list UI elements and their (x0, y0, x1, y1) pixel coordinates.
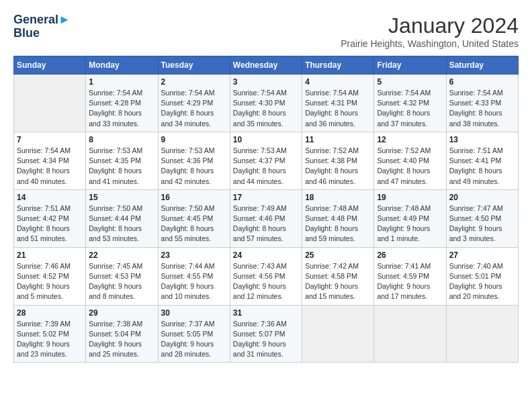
day-info: Sunrise: 7:54 AMSunset: 4:28 PMDaylight:… (89, 88, 154, 129)
calendar-cell: 28Sunrise: 7:39 AMSunset: 5:02 PMDayligh… (14, 305, 86, 363)
day-info: Sunrise: 7:54 AMSunset: 4:32 PMDaylight:… (377, 88, 443, 129)
day-info: Sunrise: 7:54 AMSunset: 4:29 PMDaylight:… (161, 88, 227, 129)
day-number: 7 (17, 135, 83, 144)
week-row-0: 1Sunrise: 7:54 AMSunset: 4:28 PMDaylight… (14, 75, 519, 132)
weekday-header-friday: Friday (374, 56, 446, 75)
day-number: 11 (305, 135, 371, 144)
day-number: 28 (17, 308, 83, 318)
calendar-cell: 16Sunrise: 7:50 AMSunset: 4:45 PMDayligh… (158, 189, 230, 247)
calendar-body: 1Sunrise: 7:54 AMSunset: 4:28 PMDaylight… (14, 75, 519, 363)
calendar-cell (302, 305, 374, 363)
day-info: Sunrise: 7:44 AMSunset: 4:55 PMDaylight:… (161, 261, 227, 302)
calendar-cell: 19Sunrise: 7:48 AMSunset: 4:49 PMDayligh… (374, 189, 446, 247)
day-number: 5 (377, 77, 443, 87)
calendar-cell: 5Sunrise: 7:54 AMSunset: 4:32 PMDaylight… (374, 75, 446, 132)
day-number: 13 (449, 135, 515, 144)
week-row-3: 21Sunrise: 7:46 AMSunset: 4:52 PMDayligh… (14, 247, 519, 305)
week-row-2: 14Sunrise: 7:51 AMSunset: 4:42 PMDayligh… (14, 189, 519, 247)
calendar-table: SundayMondayTuesdayWednesdayThursdayFrid… (13, 56, 519, 363)
calendar-header: SundayMondayTuesdayWednesdayThursdayFrid… (14, 56, 519, 75)
calendar-cell: 14Sunrise: 7:51 AMSunset: 4:42 PMDayligh… (14, 189, 86, 247)
calendar-cell (446, 305, 518, 363)
calendar-cell: 10Sunrise: 7:53 AMSunset: 4:37 PMDayligh… (230, 132, 302, 189)
calendar-cell: 13Sunrise: 7:51 AMSunset: 4:41 PMDayligh… (446, 132, 518, 189)
day-number: 6 (449, 77, 515, 87)
weekday-header-wednesday: Wednesday (230, 56, 302, 75)
calendar-cell: 27Sunrise: 7:40 AMSunset: 5:01 PMDayligh… (446, 247, 518, 305)
calendar-cell: 6Sunrise: 7:54 AMSunset: 4:33 PMDaylight… (446, 75, 518, 132)
day-number: 1 (89, 77, 154, 87)
day-info: Sunrise: 7:42 AMSunset: 4:58 PMDaylight:… (305, 261, 371, 302)
day-number: 22 (89, 250, 154, 260)
day-number: 30 (161, 308, 227, 318)
month-title: January 2024 (341, 13, 519, 38)
calendar-cell: 21Sunrise: 7:46 AMSunset: 4:52 PMDayligh… (14, 247, 86, 305)
day-info: Sunrise: 7:45 AMSunset: 4:53 PMDaylight:… (89, 261, 154, 302)
day-number: 21 (17, 250, 83, 260)
calendar-cell: 1Sunrise: 7:54 AMSunset: 4:28 PMDaylight… (86, 75, 158, 132)
day-number: 27 (449, 250, 515, 260)
weekday-header-tuesday: Tuesday (158, 56, 230, 75)
day-info: Sunrise: 7:54 AMSunset: 4:30 PMDaylight:… (233, 88, 299, 129)
calendar-cell: 17Sunrise: 7:49 AMSunset: 4:46 PMDayligh… (230, 189, 302, 247)
calendar-cell: 8Sunrise: 7:53 AMSunset: 4:35 PMDaylight… (86, 132, 158, 189)
day-number: 31 (233, 308, 299, 318)
day-number: 3 (233, 77, 299, 87)
day-info: Sunrise: 7:43 AMSunset: 4:56 PMDaylight:… (233, 261, 299, 302)
logo: General►Blue (13, 13, 71, 40)
day-number: 19 (377, 193, 443, 202)
calendar-cell: 4Sunrise: 7:54 AMSunset: 4:31 PMDaylight… (302, 75, 374, 132)
weekday-header-monday: Monday (86, 56, 158, 75)
day-number: 24 (233, 250, 299, 260)
day-info: Sunrise: 7:53 AMSunset: 4:35 PMDaylight:… (89, 146, 154, 187)
day-number: 15 (89, 193, 154, 202)
day-number: 29 (89, 308, 154, 318)
day-info: Sunrise: 7:48 AMSunset: 4:48 PMDaylight:… (305, 203, 371, 244)
day-info: Sunrise: 7:53 AMSunset: 4:37 PMDaylight:… (233, 146, 299, 187)
calendar-cell (14, 75, 86, 132)
calendar-cell: 26Sunrise: 7:41 AMSunset: 4:59 PMDayligh… (374, 247, 446, 305)
day-info: Sunrise: 7:50 AMSunset: 4:44 PMDaylight:… (89, 203, 154, 244)
day-number: 4 (305, 77, 371, 87)
day-info: Sunrise: 7:54 AMSunset: 4:34 PMDaylight:… (17, 146, 83, 187)
day-info: Sunrise: 7:38 AMSunset: 5:04 PMDaylight:… (89, 319, 154, 360)
calendar-cell (374, 305, 446, 363)
day-number: 17 (233, 193, 299, 202)
day-number: 9 (161, 135, 227, 144)
weekday-header-sunday: Sunday (14, 56, 86, 75)
day-number: 18 (305, 193, 371, 202)
day-info: Sunrise: 7:49 AMSunset: 4:46 PMDaylight:… (233, 203, 299, 244)
calendar-cell: 7Sunrise: 7:54 AMSunset: 4:34 PMDaylight… (14, 132, 86, 189)
calendar-cell: 2Sunrise: 7:54 AMSunset: 4:29 PMDaylight… (158, 75, 230, 132)
calendar-cell: 25Sunrise: 7:42 AMSunset: 4:58 PMDayligh… (302, 247, 374, 305)
page-header: General►Blue January 2024 Prairie Height… (13, 13, 519, 49)
day-info: Sunrise: 7:46 AMSunset: 4:52 PMDaylight:… (17, 261, 83, 302)
day-info: Sunrise: 7:52 AMSunset: 4:38 PMDaylight:… (305, 146, 371, 187)
location: Prairie Heights, Washington, United Stat… (341, 38, 519, 49)
calendar-cell: 24Sunrise: 7:43 AMSunset: 4:56 PMDayligh… (230, 247, 302, 305)
day-number: 10 (233, 135, 299, 144)
calendar-cell: 23Sunrise: 7:44 AMSunset: 4:55 PMDayligh… (158, 247, 230, 305)
day-number: 16 (161, 193, 227, 202)
day-number: 23 (161, 250, 227, 260)
day-number: 12 (377, 135, 443, 144)
calendar-cell: 29Sunrise: 7:38 AMSunset: 5:04 PMDayligh… (86, 305, 158, 363)
day-number: 20 (449, 193, 515, 202)
weekday-header-thursday: Thursday (302, 56, 374, 75)
calendar-cell: 30Sunrise: 7:37 AMSunset: 5:05 PMDayligh… (158, 305, 230, 363)
day-number: 25 (305, 250, 371, 260)
day-info: Sunrise: 7:47 AMSunset: 4:50 PMDaylight:… (449, 203, 515, 244)
calendar-cell: 11Sunrise: 7:52 AMSunset: 4:38 PMDayligh… (302, 132, 374, 189)
day-info: Sunrise: 7:37 AMSunset: 5:05 PMDaylight:… (161, 319, 227, 360)
calendar-cell: 31Sunrise: 7:36 AMSunset: 5:07 PMDayligh… (230, 305, 302, 363)
day-number: 14 (17, 193, 83, 202)
calendar-cell: 22Sunrise: 7:45 AMSunset: 4:53 PMDayligh… (86, 247, 158, 305)
logo-text: General►Blue (13, 13, 71, 40)
day-number: 26 (377, 250, 443, 260)
title-block: January 2024 Prairie Heights, Washington… (341, 13, 519, 49)
day-info: Sunrise: 7:51 AMSunset: 4:42 PMDaylight:… (17, 203, 83, 244)
day-info: Sunrise: 7:53 AMSunset: 4:36 PMDaylight:… (161, 146, 227, 187)
calendar-cell: 3Sunrise: 7:54 AMSunset: 4:30 PMDaylight… (230, 75, 302, 132)
week-row-4: 28Sunrise: 7:39 AMSunset: 5:02 PMDayligh… (14, 305, 519, 363)
day-info: Sunrise: 7:52 AMSunset: 4:40 PMDaylight:… (377, 146, 443, 187)
